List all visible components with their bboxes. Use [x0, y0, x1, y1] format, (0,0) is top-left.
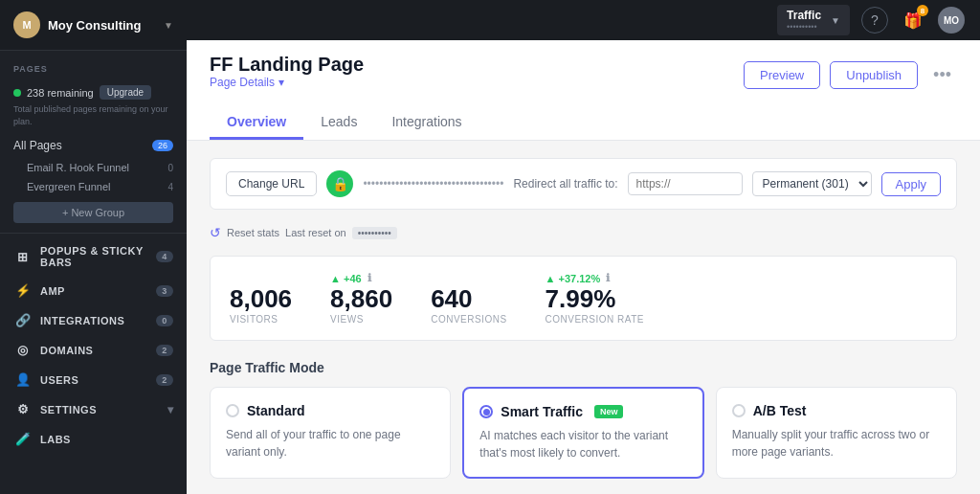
traffic-option-smart-traffic[interactable]: Smart Traffic New AI matches each visito…	[462, 387, 703, 479]
views-delta: ▲ +46 ℹ	[330, 272, 392, 284]
more-options-button[interactable]: •••	[927, 61, 957, 89]
domains-badge: 2	[156, 345, 173, 356]
sidebar-subitem-evergreen-funnel[interactable]: Evergreen Funnel 4	[0, 177, 187, 196]
org-avatar: M	[13, 11, 40, 38]
url-bar: Change URL 🔒 •••••••••••••••••••••••••••…	[210, 158, 957, 210]
url-text: •••••••••••••••••••••••••••••••••••	[363, 177, 503, 191]
redirect-input[interactable]	[628, 172, 743, 195]
popups-label: POPUPS & STICKY BARS	[40, 245, 156, 268]
subitem-label: Email R. Hook Funnel	[27, 162, 129, 173]
traffic-sub: ••••••••••	[787, 22, 821, 32]
stats-row: 8,006 VISITORS ▲ +46 ℹ 8,860 VIEWS 640 C…	[210, 256, 957, 341]
preview-button[interactable]: Preview	[744, 61, 820, 89]
last-reset-date: ••••••••••	[352, 227, 397, 239]
traffic-dropdown-arrow: ▼	[831, 15, 840, 26]
all-pages-badge: 26	[152, 140, 173, 151]
unpublish-button[interactable]: Unpublish	[830, 61, 918, 89]
sidebar-divider-1	[0, 233, 187, 234]
sidebar-item-all-pages[interactable]: All Pages 26	[0, 133, 187, 158]
standard-radio	[226, 404, 239, 417]
visitors-value: 8,006	[230, 286, 292, 311]
sidebar-subitem-email-funnel[interactable]: Email R. Hook Funnel 0	[0, 158, 187, 177]
remaining-dot	[13, 89, 21, 97]
users-icon: 👤	[15, 372, 31, 387]
redirect-label: Redirect all traffic to:	[513, 177, 617, 191]
traffic-option-ab-test[interactable]: A/B Test Manually split your traffic acr…	[716, 387, 957, 479]
subitem-count: 4	[167, 182, 173, 192]
smart-traffic-header: Smart Traffic New	[479, 404, 686, 419]
page-header: FF Landing Page Page Details ▾ Preview U…	[187, 40, 980, 141]
settings-icon: ⚙	[15, 402, 31, 416]
amp-icon: ⚡	[15, 283, 31, 298]
apply-button[interactable]: Apply	[881, 172, 942, 196]
users-label: USERS	[40, 374, 78, 386]
views-label: VIEWS	[330, 314, 392, 325]
standard-header: Standard	[226, 403, 434, 418]
sidebar-item-amp[interactable]: ⚡ AMP 3	[0, 276, 187, 305]
traffic-label: Traffic	[787, 9, 821, 22]
smart-traffic-title: Smart Traffic	[501, 404, 583, 419]
gift-button[interactable]: 🎁 8	[900, 7, 926, 34]
integrations-icon: 🔗	[15, 313, 31, 327]
reset-icon: ↺	[210, 225, 221, 240]
popups-icon: ⊞	[15, 250, 31, 264]
page-details-arrow: ▾	[278, 76, 284, 89]
views-value: 8,860	[330, 286, 392, 311]
settings-label: SETTINGS	[40, 404, 97, 415]
ab-test-desc: Manually split your traffic across two o…	[732, 426, 941, 460]
rate-info: ℹ	[606, 272, 610, 284]
domains-icon: ◎	[15, 343, 31, 357]
org-dropdown-arrow: ▼	[164, 20, 173, 31]
redirect-type-select[interactable]: Permanent (301) Temporary (302)	[752, 171, 872, 196]
radio-inner-dot	[483, 409, 490, 415]
subitem-label: Evergreen Funnel	[27, 181, 110, 192]
standard-desc: Send all of your traffic to one page var…	[226, 426, 434, 460]
last-reset-label: Last reset on	[285, 227, 346, 238]
page-tabs: Overview Leads Integrations	[210, 106, 957, 140]
stat-views: ▲ +46 ℹ 8,860 VIEWS	[330, 272, 392, 325]
stat-visitors: 8,006 VISITORS	[230, 284, 292, 325]
stat-conversion-rate: ▲ +37.12% ℹ 7.99% CONVERSION RATE	[546, 272, 644, 325]
help-button[interactable]: ?	[861, 7, 888, 34]
traffic-mode-label: Page Traffic Mode	[210, 360, 957, 375]
upgrade-button[interactable]: Upgrade	[100, 85, 151, 100]
ab-test-radio	[732, 404, 746, 417]
smart-traffic-radio	[479, 405, 493, 418]
page-details-link[interactable]: Page Details ▾	[210, 76, 364, 89]
tab-leads[interactable]: Leads	[303, 106, 374, 140]
tab-integrations[interactable]: Integrations	[374, 106, 479, 140]
rate-value: 7.99%	[546, 286, 644, 311]
sidebar-item-users[interactable]: 👤 USERS 2	[0, 365, 187, 394]
traffic-selector[interactable]: Traffic •••••••••• ▼	[777, 5, 850, 35]
all-pages-label: All Pages	[13, 139, 152, 152]
new-group-button[interactable]: + New Group	[13, 202, 173, 223]
tab-overview[interactable]: Overview	[210, 106, 303, 140]
sidebar-header[interactable]: M Moy Consulting ▼	[0, 0, 187, 51]
ab-test-title: A/B Test	[753, 403, 807, 418]
rate-delta: ▲ +37.12% ℹ	[546, 272, 644, 284]
amp-label: AMP	[40, 285, 65, 297]
sidebar-item-popups[interactable]: ⊞ POPUPS & STICKY BARS 4	[0, 237, 187, 276]
popups-badge: 4	[156, 251, 173, 262]
visitors-label: VISITORS	[230, 314, 292, 325]
domains-label: DOMAINS	[40, 345, 93, 356]
sidebar-item-settings[interactable]: ⚙ SETTINGS ▾	[0, 394, 187, 424]
page-title: FF Landing Page	[210, 54, 364, 76]
remaining-count: 238 remaining	[27, 87, 94, 99]
sidebar-item-labs[interactable]: 🧪 LABS	[0, 424, 187, 454]
labs-icon: 🧪	[15, 432, 31, 446]
standard-title: Standard	[247, 403, 305, 418]
user-avatar[interactable]: MO	[938, 7, 965, 34]
integrations-label: INTEGRATIONS	[40, 315, 124, 326]
new-badge: New	[594, 405, 624, 418]
traffic-option-standard[interactable]: Standard Send all of your traffic to one…	[210, 387, 451, 479]
traffic-mode-options: Standard Send all of your traffic to one…	[210, 387, 957, 479]
pages-section-label: PAGES	[0, 51, 187, 79]
change-url-button[interactable]: Change URL	[226, 171, 317, 196]
conversions-label: CONVERSIONS	[431, 314, 506, 325]
settings-arrow: ▾	[167, 403, 174, 416]
sidebar-item-integrations[interactable]: 🔗 INTEGRATIONS 0	[0, 305, 187, 335]
sidebar-item-domains[interactable]: ◎ DOMAINS 2	[0, 335, 187, 365]
conversions-delta	[431, 273, 506, 284]
conversions-value: 640	[431, 286, 506, 311]
